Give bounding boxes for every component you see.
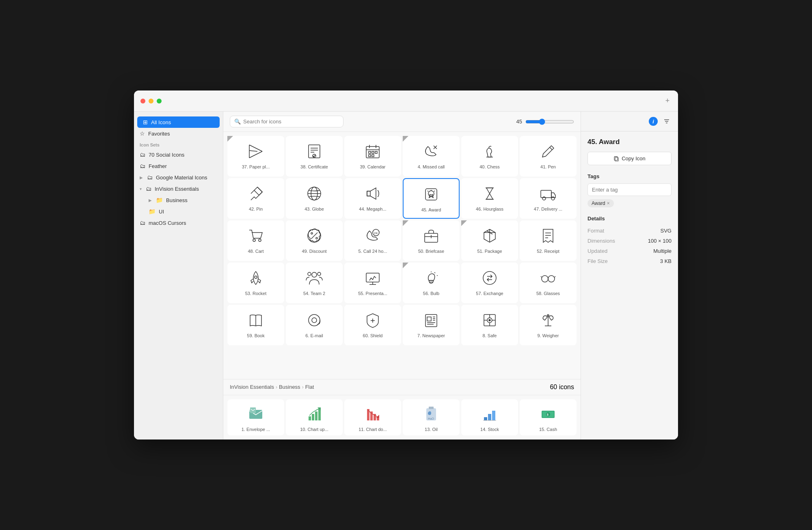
flat-icon-chart-up[interactable]: 10. Chart up... bbox=[286, 399, 343, 435]
svg-rect-120 bbox=[614, 157, 618, 160]
sidebar-item-macos[interactable]: 🗂 macOS Cursors bbox=[134, 217, 223, 228]
tag-remove-button[interactable]: × bbox=[607, 200, 610, 206]
svg-line-69 bbox=[555, 276, 555, 277]
icon-label-37: 37. Paper pl... bbox=[242, 164, 270, 170]
icon-label-briefcase: 50. Briefcase bbox=[418, 249, 444, 254]
icon-cell-glasses[interactable]: 58. Glasses bbox=[520, 263, 577, 303]
icon-cell-rocket[interactable]: 53. Rocket bbox=[227, 263, 284, 303]
copy-btn-label: Copy Icon bbox=[622, 155, 646, 162]
info-button[interactable]: i bbox=[649, 117, 658, 126]
icon-cell-globe[interactable]: 43. Globe bbox=[286, 178, 343, 219]
flat-chart-down-icon bbox=[362, 403, 383, 424]
svg-rect-106 bbox=[429, 407, 434, 409]
search-box[interactable]: 🔍 bbox=[230, 116, 343, 127]
icon-cell-missed-call[interactable]: 4. Missed call bbox=[403, 136, 460, 177]
flat-icon-envelope[interactable]: 1. Envelope ... bbox=[227, 399, 284, 435]
sidebar-item-google-material[interactable]: ▶ 🗂 Google Material Icons bbox=[134, 172, 223, 183]
icon-cell-38[interactable]: 38. Certificate bbox=[286, 136, 343, 177]
flat-icon-label-chart-up: 10. Chart up... bbox=[300, 427, 328, 432]
dimensions-key: Dimensions bbox=[587, 238, 615, 244]
icon-cell-cart[interactable]: 48. Cart bbox=[227, 220, 284, 261]
icon-cell-book[interactable]: 59. Book bbox=[227, 305, 284, 345]
svg-text:$: $ bbox=[547, 413, 549, 416]
size-slider[interactable] bbox=[525, 118, 574, 125]
flat-icon-label-chart-down: 11. Chart do... bbox=[358, 427, 387, 432]
icons-grid: 37. Paper pl... bbox=[227, 136, 577, 345]
top-left-marker bbox=[227, 136, 233, 142]
breadcrumb-part2[interactable]: Business bbox=[279, 384, 300, 390]
svg-rect-60 bbox=[429, 280, 433, 282]
icon-cell-pen[interactable]: 41. Pen bbox=[520, 136, 577, 177]
icon-cell-37[interactable]: 37. Paper pl... bbox=[227, 136, 284, 177]
sidebar-item-business[interactable]: ▶ 📁 Business bbox=[134, 194, 223, 206]
flat-icon-stock[interactable]: 14. Stock bbox=[461, 399, 518, 435]
icon-cell-megaphone[interactable]: 44. Megaph... bbox=[344, 178, 401, 219]
icon-label-chess: 40. Chess bbox=[479, 164, 500, 170]
icon-cell-39[interactable]: 39. Calendar bbox=[344, 136, 401, 177]
icon-cell-email[interactable]: 6. E-mail bbox=[286, 305, 343, 345]
svg-point-36 bbox=[253, 239, 255, 241]
svg-point-89 bbox=[489, 319, 490, 321]
icon-cell-shield[interactable]: 60. Shield bbox=[344, 305, 401, 345]
flat-icon-oil[interactable]: H₂O 13. Oil bbox=[403, 399, 460, 435]
icon-cell-newspaper[interactable]: 7. Newspaper bbox=[403, 305, 460, 345]
breadcrumb-part3[interactable]: Flat bbox=[305, 384, 314, 390]
svg-point-55 bbox=[317, 272, 321, 276]
copy-icon-button[interactable]: Copy Icon bbox=[587, 152, 672, 165]
flat-icon-chart-down[interactable]: 11. Chart do... bbox=[344, 399, 401, 435]
icon-cell-award[interactable]: 45. Award bbox=[403, 178, 460, 219]
sidebar-item-invision[interactable]: ▾ 🗂 InVision Essentials bbox=[134, 183, 223, 194]
icon-cell-hourglass[interactable]: 46. Hourglass bbox=[461, 178, 518, 219]
icon-cell-call24[interactable]: 24 5. Call 24 ho... bbox=[344, 220, 401, 261]
icon-cell-chess[interactable]: 40. Chess bbox=[461, 136, 518, 177]
hourglass-icon bbox=[479, 183, 500, 204]
icon-cell-team2[interactable]: 54. Team 2 bbox=[286, 263, 343, 303]
shield-icon bbox=[362, 310, 383, 331]
icon-cell-weigher[interactable]: 9. Weigher bbox=[520, 305, 577, 345]
icon-cell-presentation[interactable]: 55. Presenta... bbox=[344, 263, 401, 303]
icon-cell-delivery[interactable]: 47. Delivery ... bbox=[520, 178, 577, 219]
icon-cell-exchange[interactable]: 57. Exchange bbox=[461, 263, 518, 303]
svg-line-21 bbox=[251, 190, 254, 194]
icon-label-megaphone: 44. Megaph... bbox=[359, 207, 386, 212]
icon-label-pin: 42. Pin bbox=[249, 207, 263, 212]
detail-row-dimensions: Dimensions 100 × 100 bbox=[587, 236, 672, 246]
search-input[interactable] bbox=[243, 118, 339, 125]
icon-label-weigher: 9. Weigher bbox=[538, 333, 559, 338]
sidebar-item-feather[interactable]: 🗂 Feather bbox=[134, 160, 223, 172]
icon-cell-receipt[interactable]: 52. Receipt bbox=[520, 220, 577, 261]
breadcrumb-section: InVision Essentials › Business › Flat 60… bbox=[223, 379, 581, 395]
sidebar-70-social-label: 70 Social Icons bbox=[149, 152, 184, 158]
sidebar-item-70-social[interactable]: 🗂 70 Social Icons bbox=[134, 149, 223, 160]
svg-rect-98 bbox=[318, 409, 321, 420]
icon-cell-bulb[interactable]: 56. Bulb bbox=[403, 263, 460, 303]
toolbar: 🔍 45 bbox=[223, 112, 581, 132]
icon-label-safe: 8. Safe bbox=[483, 333, 497, 338]
flat-icon-cash[interactable]: $ 15. Cash bbox=[520, 399, 577, 435]
sidebar-item-ui[interactable]: 📁 UI bbox=[134, 206, 223, 217]
icon-cell-briefcase[interactable]: 50. Briefcase bbox=[403, 220, 460, 261]
icon-cell-pin[interactable]: 42. Pin bbox=[227, 178, 284, 219]
icon-cell-discount[interactable]: 49. Discount bbox=[286, 220, 343, 261]
add-button[interactable]: + bbox=[663, 97, 672, 105]
icon-cell-safe[interactable]: 8. Safe bbox=[461, 305, 518, 345]
breadcrumb-part1[interactable]: InVision Essentials bbox=[230, 384, 274, 390]
fullscreen-button[interactable] bbox=[157, 99, 162, 103]
right-panel-body: 45. Award Copy Icon Tags Award × bbox=[581, 131, 678, 440]
svg-rect-97 bbox=[315, 412, 317, 420]
filter-button[interactable] bbox=[661, 116, 672, 127]
format-key: Format bbox=[587, 228, 604, 234]
minimize-button[interactable] bbox=[149, 99, 153, 103]
filesize-val: 3 KB bbox=[660, 258, 672, 264]
folder-icon: 🗂 bbox=[140, 151, 145, 158]
close-button[interactable] bbox=[140, 99, 145, 103]
icon-label-team2: 54. Team 2 bbox=[303, 291, 325, 296]
chevron-right-icon-business: ▶ bbox=[149, 198, 152, 203]
icon-label-receipt: 52. Receipt bbox=[537, 249, 559, 254]
tag-input[interactable] bbox=[587, 183, 672, 196]
sidebar-item-all-icons[interactable]: ⊞ All Icons bbox=[137, 116, 220, 128]
icon-cell-package[interactable]: 51. Package bbox=[461, 220, 518, 261]
sidebar-item-favorites[interactable]: ☆ Favorites bbox=[134, 128, 223, 139]
email-icon bbox=[304, 310, 325, 331]
copy-icon bbox=[613, 156, 619, 162]
